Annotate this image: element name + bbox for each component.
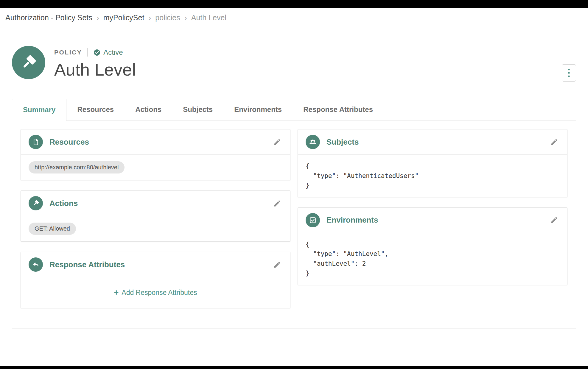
pencil-icon [273, 199, 281, 207]
status-label: Active [103, 48, 123, 57]
gavel-icon [29, 196, 43, 210]
environments-json: { "type": "AuthLevel", "authLevel": 2 } [306, 240, 559, 278]
policy-type-label: POLICY [54, 49, 82, 56]
card-header: Response Attributes [21, 252, 290, 277]
tab-resources[interactable]: Resources [66, 99, 125, 121]
breadcrumb-separator: › [184, 13, 187, 22]
environments-card: Environments { "type": "AuthLevel", "aut… [298, 207, 567, 285]
edit-environments-button[interactable] [549, 215, 559, 225]
resources-card: Resources http://example.com:80/authleve… [21, 129, 290, 180]
breadcrumb-separator: › [148, 13, 151, 22]
pencil-icon [273, 261, 281, 269]
card-header: Actions [21, 191, 290, 216]
edit-response-attributes-button[interactable] [272, 259, 282, 270]
vertical-divider [87, 48, 88, 57]
screen: Authorization - Policy Sets › myPolicySe… [0, 0, 588, 369]
check-square-icon [306, 213, 320, 227]
subjects-card: Subjects { "type": "AuthenticatedUsers" … [298, 129, 567, 197]
tab-environments[interactable]: Environments [223, 99, 293, 121]
tab-subjects[interactable]: Subjects [172, 99, 223, 121]
pencil-icon [550, 138, 558, 146]
card-header: Resources [21, 129, 290, 154]
card-body: + Add Response Attributes [21, 277, 290, 308]
pencil-icon [550, 216, 558, 224]
actions-card: Actions GET: Allowed [21, 190, 290, 242]
subjects-json: { "type": "AuthenticatedUsers" } [306, 161, 559, 190]
resource-pill: http://example.com:80/authlevel [29, 161, 125, 173]
header-text: POLICY Active Auth Level [54, 46, 136, 79]
right-column: Subjects { "type": "AuthenticatedUsers" … [298, 129, 567, 285]
check-circle-icon [93, 49, 101, 56]
edit-actions-button[interactable] [272, 198, 282, 209]
card-title: Response Attributes [49, 260, 125, 269]
more-actions-button[interactable] [562, 64, 576, 82]
breadcrumb: Authorization - Policy Sets › myPolicySe… [0, 8, 588, 27]
gavel-icon [20, 54, 38, 71]
edit-subjects-button[interactable] [549, 137, 559, 147]
card-title: Actions [49, 199, 78, 208]
card-body: http://example.com:80/authlevel [21, 154, 290, 180]
page-title: Auth Level [54, 60, 136, 79]
add-response-attributes-button[interactable]: + Add Response Attributes [114, 289, 197, 297]
policy-avatar [12, 46, 45, 79]
bottom-black-bar [0, 366, 588, 369]
meta-row: POLICY Active [54, 48, 136, 57]
card-header: Environments [298, 208, 567, 233]
response-attributes-card: Response Attributes + Add Response Attri… [21, 252, 290, 308]
pencil-icon [273, 138, 281, 146]
left-column: Resources http://example.com:80/authleve… [21, 129, 290, 308]
card-body: GET: Allowed [21, 216, 290, 241]
page-header: POLICY Active Auth Level [12, 46, 576, 82]
kebab-icon [565, 68, 573, 78]
action-pill: GET: Allowed [29, 223, 76, 235]
card-title: Subjects [326, 137, 359, 147]
breadcrumb-item-policy-sets[interactable]: Authorization - Policy Sets [5, 13, 92, 22]
card-title: Environments [326, 215, 378, 225]
breadcrumb-item-current: Auth Level [191, 13, 226, 22]
reply-arrow-icon [29, 257, 43, 272]
summary-panel: Resources http://example.com:80/authleve… [12, 121, 576, 329]
tab-summary[interactable]: Summary [12, 99, 66, 121]
top-black-bar [0, 0, 588, 8]
card-title: Resources [49, 137, 89, 147]
document-icon [29, 135, 43, 149]
card-body: { "type": "AuthLevel", "authLevel": 2 } [298, 233, 567, 285]
card-body: { "type": "AuthenticatedUsers" } [298, 154, 567, 197]
card-header: Subjects [298, 129, 567, 154]
breadcrumb-item-policies[interactable]: policies [155, 13, 180, 22]
status-badge: Active [93, 48, 123, 57]
tab-bar: Summary Resources Actions Subjects Envir… [12, 99, 576, 121]
tab-actions[interactable]: Actions [125, 99, 172, 121]
tab-response-attributes[interactable]: Response Attributes [293, 99, 384, 121]
breadcrumb-item-mypolicyset[interactable]: myPolicySet [103, 13, 144, 22]
breadcrumb-separator: › [97, 13, 99, 22]
plus-icon: + [114, 289, 119, 297]
add-response-attributes-label: Add Response Attributes [122, 289, 197, 297]
edit-resources-button[interactable] [272, 137, 282, 147]
users-icon [306, 135, 320, 149]
